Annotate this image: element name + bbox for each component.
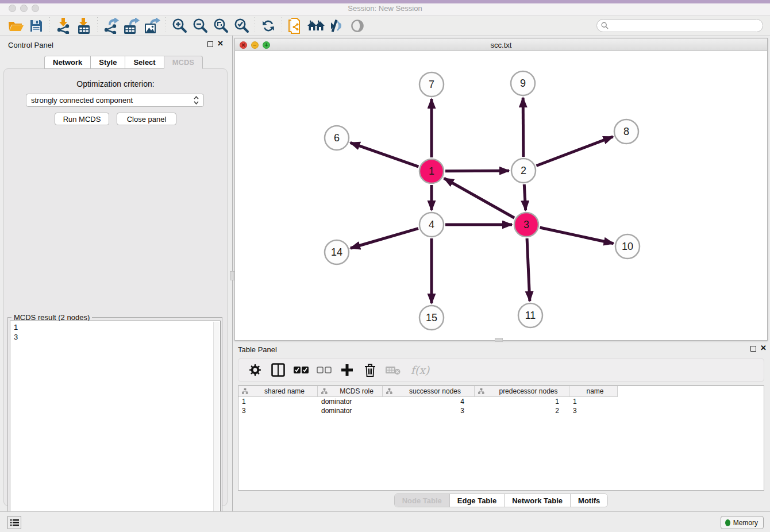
- graph-node-9[interactable]: 9: [511, 71, 535, 95]
- cell-MCDS-role[interactable]: dominator: [318, 406, 383, 415]
- graph-node-1[interactable]: 1: [419, 159, 444, 183]
- cell-shared-name[interactable]: 3: [238, 406, 318, 415]
- node-table[interactable]: shared nameMCDS rolesuccessor nodesprede…: [238, 385, 764, 491]
- close-panel-button[interactable]: Close panel: [117, 113, 176, 125]
- graph-node-15[interactable]: 15: [419, 306, 444, 330]
- graph-edge-3-10[interactable]: [540, 228, 613, 244]
- import-table-icon[interactable]: [74, 17, 94, 34]
- zoom-out-icon[interactable]: [190, 17, 210, 34]
- tab-style[interactable]: Style: [90, 56, 125, 69]
- tab-network[interactable]: Network: [44, 56, 90, 69]
- graph-node-11[interactable]: 11: [518, 303, 542, 327]
- table-toolbar: f(x): [238, 358, 764, 382]
- column-header-shared-name[interactable]: shared name: [238, 386, 318, 397]
- column-header-predecessor-nodes[interactable]: predecessor nodes: [475, 386, 569, 397]
- table-panel-close-icon[interactable]: ✕: [760, 344, 767, 352]
- zoom-in-icon[interactable]: [169, 17, 190, 34]
- graph-node-14[interactable]: 14: [325, 240, 349, 264]
- zoom-selected-icon[interactable]: [231, 17, 252, 34]
- column-type-icon: [478, 388, 484, 394]
- graph-node-7[interactable]: 7: [419, 72, 444, 97]
- open-session-icon[interactable]: [5, 17, 26, 34]
- graph-edge-2-9[interactable]: [523, 98, 523, 157]
- export-table-icon[interactable]: [121, 17, 142, 34]
- graph-edge-2-3[interactable]: [524, 184, 525, 210]
- delete-column-icon[interactable]: [363, 363, 378, 377]
- tab-network-table[interactable]: Network Table: [505, 494, 571, 507]
- graph-edge-3-1[interactable]: [444, 178, 514, 218]
- cell-MCDS-role[interactable]: dominator: [318, 397, 383, 406]
- import-network-icon[interactable]: [53, 17, 74, 34]
- toolbar-separator: [49, 17, 50, 34]
- delete-table-icon[interactable]: [386, 363, 401, 377]
- deselect-all-icon[interactable]: [317, 363, 332, 377]
- tab-edge-table[interactable]: Edge Table: [450, 494, 505, 507]
- graph-node-8[interactable]: 8: [614, 119, 638, 144]
- table-row[interactable]: 1dominator411: [238, 397, 764, 406]
- create-column-icon[interactable]: [340, 363, 355, 377]
- column-type-icon: [321, 388, 328, 394]
- export-network-icon[interactable]: [101, 17, 121, 34]
- result-scrollbar[interactable]: [213, 322, 220, 532]
- control-panel-close-icon[interactable]: ✕: [217, 39, 224, 48]
- column-type-icon: [386, 388, 392, 394]
- tab-motifs[interactable]: Motifs: [571, 494, 607, 507]
- mcds-result-text[interactable]: 1 3: [10, 321, 221, 532]
- tab-select[interactable]: Select: [125, 56, 163, 69]
- mcds-panel: Optimization criterion: strongly connect…: [3, 68, 228, 506]
- cell-name[interactable]: 1: [569, 397, 618, 406]
- column-layout-icon[interactable]: [271, 363, 286, 377]
- table-panel: Table Panel ✕ f(x) shared nameMCDS roles…: [234, 343, 768, 510]
- control-panel-float-icon[interactable]: [207, 41, 213, 47]
- refresh-layout-icon[interactable]: [258, 17, 279, 34]
- column-header-MCDS-role[interactable]: MCDS role: [318, 386, 383, 397]
- task-history-button[interactable]: [7, 516, 21, 529]
- table-panel-title: Table Panel: [238, 345, 277, 354]
- save-session-icon[interactable]: [26, 17, 47, 34]
- first-neighbors-icon[interactable]: [306, 17, 326, 34]
- graph-node-4[interactable]: 4: [419, 213, 444, 237]
- graph-node-10[interactable]: 10: [615, 234, 640, 259]
- export-image-icon[interactable]: [142, 17, 163, 34]
- memory-button[interactable]: Memory: [721, 516, 764, 529]
- tab-mcds[interactable]: MCDS: [164, 56, 203, 69]
- optimization-criterion-dropdown[interactable]: strongly connected component: [26, 94, 204, 107]
- cell-predecessor-nodes[interactable]: 1: [475, 397, 569, 406]
- memory-status-icon: [725, 519, 730, 526]
- graph-edge-3-11[interactable]: [527, 238, 530, 301]
- cell-successor-nodes[interactable]: 4: [383, 397, 475, 406]
- zoom-fit-icon[interactable]: [210, 17, 231, 34]
- graph-edge-1-6[interactable]: [351, 142, 419, 167]
- table-panel-float-icon[interactable]: [750, 346, 756, 352]
- graph-edge-2-8[interactable]: [536, 137, 613, 166]
- cell-shared-name[interactable]: 1: [238, 397, 318, 406]
- column-header-successor-nodes[interactable]: successor nodes: [383, 386, 475, 397]
- network-window-titlebar[interactable]: ✕ − + scc.txt: [235, 38, 767, 51]
- mcds-result-lines: 1 3: [14, 323, 18, 341]
- graph-edge-4-14[interactable]: [351, 229, 418, 248]
- network-canvas[interactable]: 7968124314101511: [235, 51, 767, 340]
- show-all-icon[interactable]: [347, 17, 368, 34]
- graph-node-2[interactable]: 2: [511, 159, 536, 183]
- settings-gear-icon[interactable]: [248, 363, 263, 377]
- cell-successor-nodes[interactable]: 3: [383, 406, 475, 415]
- graph-node-6[interactable]: 6: [325, 126, 349, 150]
- network-resize-handle[interactable]: [495, 338, 503, 342]
- hide-selected-icon[interactable]: [326, 17, 347, 34]
- function-builder-icon[interactable]: f(x): [409, 363, 432, 377]
- close-panel-button-label: Close panel: [127, 115, 167, 124]
- cell-name[interactable]: 3: [569, 406, 618, 415]
- tab-node-table[interactable]: Node Table: [395, 494, 450, 507]
- graph-node-3[interactable]: 3: [514, 213, 538, 237]
- run-mcds-button[interactable]: Run MCDS: [55, 113, 109, 125]
- column-header-name[interactable]: name: [569, 386, 618, 397]
- cell-predecessor-nodes[interactable]: 2: [475, 406, 569, 415]
- search-input[interactable]: [609, 22, 763, 30]
- table-row[interactable]: 3dominator323: [238, 406, 764, 415]
- search-icon: [601, 22, 609, 29]
- select-all-icon[interactable]: [294, 363, 309, 377]
- search-field[interactable]: [596, 19, 763, 32]
- column-type-icon: [242, 388, 248, 394]
- graph-edge-1-2[interactable]: [445, 171, 509, 171]
- new-network-from-selection-icon[interactable]: [285, 17, 306, 34]
